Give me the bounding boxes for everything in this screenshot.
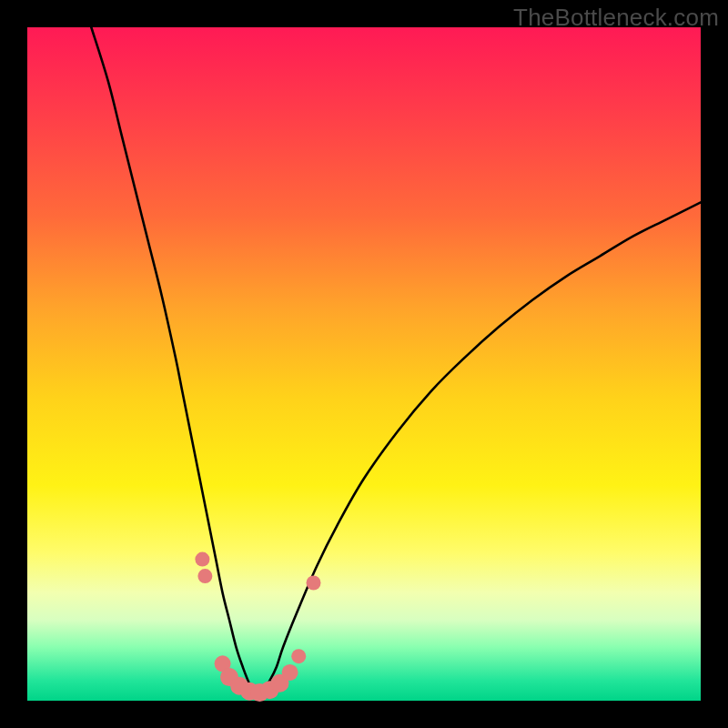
data-marker bbox=[195, 552, 209, 567]
data-marker bbox=[282, 664, 298, 681]
marker-group bbox=[195, 552, 320, 703]
plot-area bbox=[27, 27, 701, 701]
chart-frame: TheBottleneck.com bbox=[0, 0, 728, 728]
curve-left bbox=[91, 27, 256, 694]
data-marker bbox=[291, 649, 306, 663]
curve-layer bbox=[27, 27, 701, 701]
data-marker bbox=[307, 576, 321, 591]
curve-right bbox=[257, 202, 701, 693]
data-marker bbox=[197, 569, 212, 583]
watermark-text: TheBottleneck.com bbox=[513, 4, 719, 32]
